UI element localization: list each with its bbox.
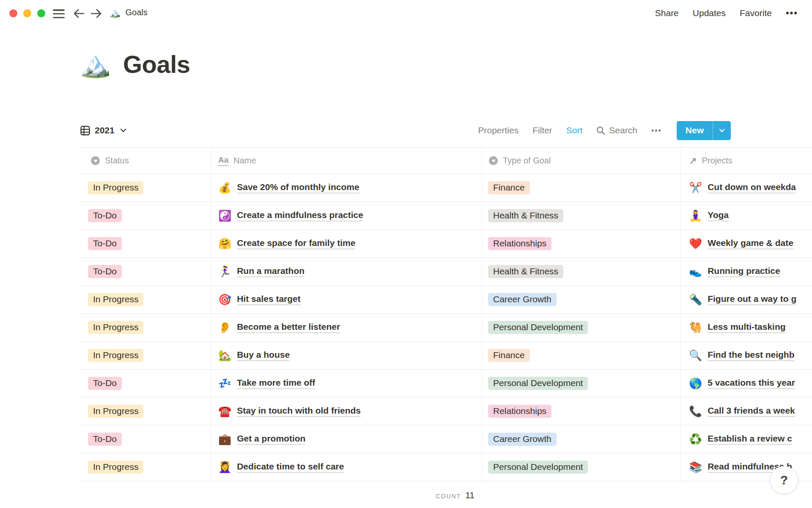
status-cell[interactable]: In Progress — [80, 174, 211, 202]
column-header-projects[interactable]: ↗ Projects — [681, 148, 812, 174]
goal-name-link[interactable]: Create space for family time — [237, 238, 355, 249]
help-button[interactable]: ? — [770, 466, 798, 494]
projects-cell[interactable]: 🧘‍♀️ Yoga — [681, 202, 812, 229]
new-button[interactable]: New — [677, 121, 731, 140]
name-cell[interactable]: 💤 Take more time off — [211, 370, 482, 397]
status-cell[interactable]: In Progress — [80, 342, 211, 369]
projects-cell[interactable]: 🔦 Figure out a way to g — [681, 286, 812, 313]
page-icon[interactable]: 🏔️ — [80, 52, 111, 77]
project-link[interactable]: Weekly game & date — [708, 238, 793, 249]
name-cell[interactable]: 💰 Save 20% of monthly income — [211, 174, 482, 202]
sort-button[interactable]: Sort — [566, 125, 583, 135]
project-link[interactable]: Find the best neighb — [708, 350, 794, 361]
name-cell[interactable]: 🎯 Hit sales target — [211, 286, 482, 313]
goal-name-link[interactable]: Become a better listener — [237, 322, 340, 333]
new-button-label[interactable]: New — [677, 121, 713, 140]
project-link[interactable]: Less multi-tasking — [708, 322, 785, 333]
column-header-label: Status — [105, 156, 129, 166]
close-window-button[interactable] — [9, 9, 17, 17]
projects-cell[interactable]: 👟 Running practice — [681, 258, 812, 285]
goal-name-link[interactable]: Buy a house — [237, 350, 290, 361]
projects-cell[interactable]: ♻️ Establish a review c — [681, 425, 812, 453]
window-controls — [9, 9, 45, 17]
projects-cell[interactable]: 🔍 Find the best neighb — [681, 342, 812, 369]
status-cell[interactable]: In Progress — [80, 286, 211, 313]
window-titlebar: 🏔️ Goals Share Updates Favorite ••• — [0, 0, 812, 27]
name-cell[interactable]: 🤗 Create space for family time — [211, 230, 482, 257]
name-cell[interactable]: 🏃‍♀️ Run a marathon — [211, 258, 482, 285]
goal-name-link[interactable]: Stay in touch with old friends — [237, 406, 361, 417]
sidebar-menu-icon[interactable] — [53, 9, 65, 18]
type-of-goal-cell[interactable]: Personal Development — [482, 314, 681, 341]
name-cell[interactable]: 👂 Become a better listener — [211, 314, 482, 341]
zoom-window-button[interactable] — [37, 9, 45, 17]
goal-name-link[interactable]: Save 20% of monthly income — [237, 182, 359, 193]
type-badge: Career Growth — [488, 293, 557, 306]
table-row: In Progress 🏡 Buy a house Finance 🔍 Find… — [80, 342, 812, 370]
type-of-goal-cell[interactable]: Relationships — [482, 398, 681, 425]
type-of-goal-cell[interactable]: Career Growth — [482, 425, 681, 453]
goal-name-link[interactable]: Dedicate time to self care — [237, 461, 344, 473]
toolbar-more-icon[interactable]: ••• — [651, 126, 662, 135]
project-link[interactable]: 5 vacations this year — [708, 378, 795, 389]
share-button[interactable]: Share — [655, 8, 679, 18]
status-cell[interactable]: To-Do — [80, 258, 211, 285]
search-button[interactable]: Search — [596, 125, 637, 135]
properties-button[interactable]: Properties — [478, 125, 518, 135]
goal-emoji-icon: 💤 — [218, 378, 231, 389]
favorite-button[interactable]: Favorite — [740, 8, 772, 18]
status-cell[interactable]: To-Do — [80, 370, 211, 397]
project-link[interactable]: Running practice — [708, 266, 780, 277]
name-cell[interactable]: ☯️ Create a mindfulness practice — [211, 202, 482, 229]
project-link[interactable]: Cut down on weekda — [708, 182, 796, 193]
project-link[interactable]: Figure out a way to g — [708, 294, 796, 305]
goal-name-link[interactable]: Take more time off — [237, 378, 315, 389]
goal-name-link[interactable]: Create a mindfulness practice — [237, 210, 363, 221]
minimize-window-button[interactable] — [23, 9, 31, 17]
status-cell[interactable]: In Progress — [80, 453, 211, 481]
name-cell[interactable]: 💼 Get a promotion — [211, 425, 482, 453]
projects-cell[interactable]: ✂️ Cut down on weekda — [681, 174, 812, 202]
new-dropdown-chevron-icon[interactable] — [713, 121, 731, 140]
column-header-label: Name — [233, 156, 256, 166]
type-of-goal-cell[interactable]: Health & Fitness — [482, 258, 681, 285]
column-header-status[interactable]: Status — [80, 148, 211, 174]
more-options-icon[interactable]: ••• — [786, 8, 798, 19]
updates-button[interactable]: Updates — [693, 8, 726, 18]
status-cell[interactable]: In Progress — [80, 314, 211, 341]
type-of-goal-cell[interactable]: Health & Fitness — [482, 202, 681, 229]
type-of-goal-cell[interactable]: Finance — [482, 174, 681, 202]
view-switcher[interactable]: 2021 — [80, 125, 126, 135]
filter-button[interactable]: Filter — [532, 125, 552, 135]
projects-cell[interactable]: 🌎 5 vacations this year — [681, 370, 812, 397]
project-emoji-icon: ✂️ — [689, 182, 702, 193]
status-cell[interactable]: To-Do — [80, 230, 211, 257]
project-link[interactable]: Yoga — [708, 210, 729, 221]
breadcrumb[interactable]: 🏔️ Goals — [109, 8, 148, 17]
project-link[interactable]: Establish a review c — [708, 433, 792, 445]
name-cell[interactable]: 💆‍♀️ Dedicate time to self care — [211, 453, 482, 481]
status-cell[interactable]: To-Do — [80, 202, 211, 229]
type-of-goal-cell[interactable]: Personal Development — [482, 370, 681, 397]
status-cell[interactable]: To-Do — [80, 425, 211, 453]
type-of-goal-cell[interactable]: Finance — [482, 342, 681, 369]
projects-cell[interactable]: ❤️ Weekly game & date — [681, 230, 812, 257]
name-cell[interactable]: ☎️ Stay in touch with old friends — [211, 398, 482, 425]
projects-cell[interactable]: 🐫 Less multi-tasking — [681, 314, 812, 341]
forward-button[interactable] — [90, 7, 103, 20]
goal-name-link[interactable]: Get a promotion — [237, 433, 305, 445]
project-emoji-icon: 🧘‍♀️ — [689, 210, 702, 221]
type-of-goal-cell[interactable]: Career Growth — [482, 286, 681, 313]
back-button[interactable] — [72, 7, 85, 20]
goal-name-link[interactable]: Run a marathon — [237, 266, 304, 277]
page-title[interactable]: Goals — [123, 50, 190, 78]
project-link[interactable]: Call 3 friends a week — [708, 406, 795, 417]
projects-cell[interactable]: 📞 Call 3 friends a week — [681, 398, 812, 425]
column-header-type-of-goal[interactable]: Type of Goal — [482, 148, 681, 174]
type-of-goal-cell[interactable]: Relationships — [482, 230, 681, 257]
goal-name-link[interactable]: Hit sales target — [237, 294, 301, 305]
name-cell[interactable]: 🏡 Buy a house — [211, 342, 482, 369]
type-of-goal-cell[interactable]: Personal Development — [482, 453, 681, 481]
status-cell[interactable]: In Progress — [80, 398, 211, 425]
column-header-name[interactable]: Aa Name — [211, 148, 482, 174]
